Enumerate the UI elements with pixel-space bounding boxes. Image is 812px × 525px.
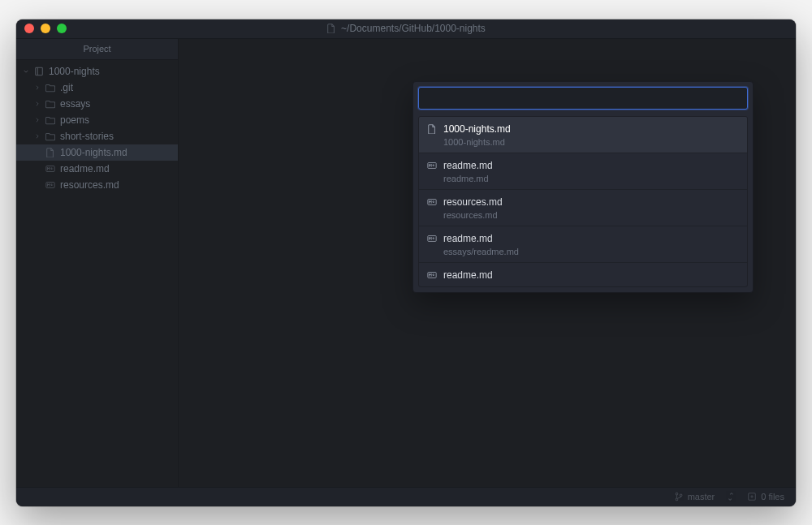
file-icon — [45, 148, 55, 157]
file-icon — [326, 24, 336, 33]
app-body: Project 1000-nights.gitessayspoemsshort-… — [16, 39, 796, 487]
book-icon — [34, 67, 44, 76]
git-branch-name: master — [688, 492, 715, 501]
tree-item[interactable]: essays — [16, 96, 178, 112]
markdown-icon — [427, 270, 437, 280]
chevron-right-icon[interactable] — [34, 115, 41, 125]
sidebar-panel-title: Project — [16, 39, 178, 60]
tree-item[interactable]: resources.md — [16, 177, 178, 193]
window-title-text: ~/Documents/GitHub/1000-nights — [341, 23, 486, 34]
tree-item[interactable]: short-stories — [16, 128, 178, 144]
fuzzy-finder-result[interactable]: 1000-nights.md1000-nights.md — [419, 117, 747, 153]
tree-item[interactable]: readme.md — [16, 161, 178, 177]
chevron-right-icon[interactable] — [34, 83, 41, 93]
tree-item-label: poems — [60, 114, 89, 126]
tree-item[interactable]: .git — [16, 80, 178, 96]
chevron-right-icon[interactable] — [34, 99, 41, 109]
file-icon — [427, 124, 437, 134]
fuzzy-finder-result[interactable]: readme.md — [419, 262, 747, 286]
window-title: ~/Documents/GitHub/1000-nights — [16, 23, 796, 34]
tree-item-label: .git — [60, 82, 73, 93]
result-name: readme.md — [443, 160, 493, 171]
editor-area[interactable]: …ngs View ⌘, 1000-nights.md1000-nights.m… — [179, 39, 796, 487]
result-path: resources.md — [427, 210, 739, 220]
git-branch-icon — [674, 492, 684, 501]
git-files-count: 0 files — [761, 492, 784, 501]
git-sync-status[interactable] — [726, 492, 736, 501]
fuzzy-finder-result[interactable]: readme.mdessays/readme.md — [419, 226, 747, 262]
titlebar: ~/Documents/GitHub/1000-nights — [16, 19, 796, 39]
result-path: essays/readme.md — [427, 247, 739, 256]
zoom-window-button[interactable] — [57, 24, 67, 33]
tree-item[interactable]: 1000-nights.md — [16, 144, 178, 161]
result-name: resources.md — [443, 196, 503, 208]
project-sidebar: Project 1000-nights.gitessayspoemsshort-… — [16, 39, 179, 487]
tree-item-label: essays — [60, 98, 90, 110]
result-path — [427, 283, 739, 286]
result-name: readme.md — [443, 233, 493, 244]
result-name: readme.md — [443, 269, 493, 281]
chevron-right-icon[interactable] — [34, 131, 41, 141]
close-window-button[interactable] — [24, 24, 34, 33]
markdown-icon — [45, 180, 55, 190]
fuzzy-finder-input[interactable] — [418, 87, 748, 110]
markdown-icon — [427, 234, 437, 243]
fuzzy-finder-results: 1000-nights.md1000-nights.mdreadme.mdrea… — [418, 116, 748, 287]
git-files-status[interactable]: 0 files — [747, 492, 784, 501]
result-path: readme.md — [427, 174, 739, 183]
folder-icon — [45, 131, 55, 141]
git-branch-status[interactable]: master — [674, 492, 715, 501]
folder-icon — [45, 99, 55, 109]
tree-item-label: resources.md — [60, 179, 119, 191]
markdown-icon — [45, 164, 55, 174]
diff-icon — [747, 492, 757, 501]
tree-item-label: short-stories — [60, 131, 114, 142]
chevron-down-icon[interactable] — [23, 67, 29, 76]
fuzzy-finder-result[interactable]: resources.mdresources.md — [419, 189, 747, 226]
minimize-window-button[interactable] — [41, 24, 50, 33]
sync-icon — [726, 492, 736, 501]
folder-icon — [45, 83, 55, 93]
result-path: 1000-nights.md — [427, 137, 739, 147]
result-name: 1000-nights.md — [443, 123, 511, 135]
tree-root[interactable]: 1000-nights — [16, 63, 178, 80]
markdown-icon — [427, 161, 437, 170]
status-bar: master 0 files — [16, 487, 796, 506]
file-tree: 1000-nights.gitessayspoemsshort-stories1… — [16, 60, 178, 196]
fuzzy-finder-result[interactable]: readme.mdreadme.md — [419, 153, 747, 189]
app-window: ~/Documents/GitHub/1000-nights Project 1… — [16, 19, 796, 506]
window-controls — [24, 24, 67, 33]
tree-item-label: 1000-nights.md — [60, 147, 127, 158]
markdown-icon — [427, 197, 437, 207]
folder-icon — [45, 115, 55, 125]
fuzzy-finder: 1000-nights.md1000-nights.mdreadme.mdrea… — [412, 81, 754, 293]
tree-item-label: 1000-nights — [49, 66, 100, 77]
tree-item-label: readme.md — [60, 163, 110, 174]
tree-item[interactable]: poems — [16, 112, 178, 128]
